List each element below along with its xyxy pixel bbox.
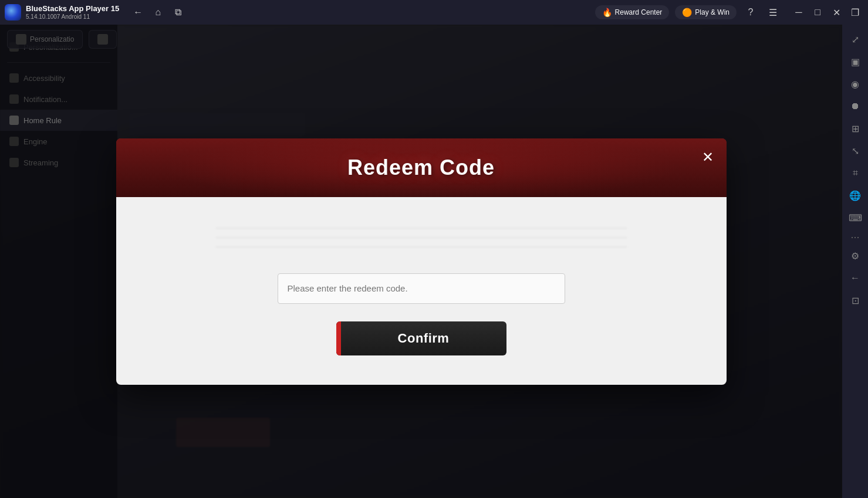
zoom-icon: ⤡ <box>852 145 859 157</box>
fire-icon: 🔥 <box>602 8 612 17</box>
redeem-code-modal: Redeem Code ✕ Confirm <box>116 138 727 385</box>
titlebar: BlueStacks App Player 15 5.14.10.1007 An… <box>0 0 868 25</box>
modal-overlay: Redeem Code ✕ Confirm <box>0 25 842 498</box>
reward-center-label: Reward Center <box>615 8 663 16</box>
back-icon: ← <box>133 7 143 18</box>
play-win-badge[interactable]: 🟠 Play & Win <box>675 5 737 19</box>
play-win-label: Play & Win <box>695 8 729 16</box>
confirm-button[interactable]: Confirm <box>336 321 506 355</box>
titlebar-nav: ← ⌂ ⧉ <box>130 4 186 21</box>
reward-center-badge[interactable]: 🔥 Reward Center <box>595 5 670 19</box>
app-name: BlueStacks App Player 15 <box>26 4 119 13</box>
minimize-icon: ─ <box>795 7 802 18</box>
menu-icon: ☰ <box>769 7 777 18</box>
globe-button[interactable]: 🌐 <box>845 185 865 205</box>
modal-description <box>216 221 627 256</box>
zoom-button[interactable]: ⤡ <box>845 141 865 161</box>
modal-header: Redeem Code ✕ <box>116 138 727 197</box>
home-icon: ⌂ <box>155 7 161 18</box>
controls-icon: ⊞ <box>852 123 859 134</box>
script-icon: ⌨ <box>849 212 862 223</box>
back-button[interactable]: ← <box>130 4 146 21</box>
main-content: Personalizatio... Accessibility Notifica… <box>0 25 842 498</box>
modal-body: Confirm <box>116 197 727 385</box>
record-button[interactable]: ⏺ <box>845 96 865 116</box>
close-button[interactable]: ✕ <box>828 4 845 21</box>
collapse-sidebar-button[interactable]: ← <box>845 268 865 288</box>
right-sidebar: ⤢ ▣ ◉ ⏺ ⊞ ⤡ ⌗ 🌐 ⌨ ··· ⚙ ← ⊡ <box>842 25 868 498</box>
maximize-icon: □ <box>815 7 820 18</box>
screenshot-icon: ▣ <box>851 56 860 67</box>
settings-icon: ⚙ <box>851 250 859 262</box>
modal-close-button[interactable]: ✕ <box>697 147 718 168</box>
home-button[interactable]: ⌂ <box>150 4 166 21</box>
globe-icon: 🌐 <box>849 190 861 201</box>
expand-button[interactable]: ⤢ <box>845 29 865 49</box>
minimize-button[interactable]: ─ <box>791 4 807 21</box>
modal-title: Redeem Code <box>347 155 495 180</box>
arrow-left-icon: ← <box>850 273 860 283</box>
menu-button[interactable]: ☰ <box>765 4 781 21</box>
help-icon: ? <box>748 7 754 18</box>
settings-button[interactable]: ⚙ <box>845 246 865 266</box>
restore-icon: ❐ <box>851 7 859 18</box>
camera-icon: ◉ <box>851 79 859 90</box>
gamepad-button[interactable]: ⊡ <box>845 290 865 310</box>
record-icon: ⏺ <box>850 101 860 111</box>
camera-button[interactable]: ◉ <box>845 74 865 94</box>
coin-icon: 🟠 <box>682 8 692 17</box>
controls-button[interactable]: ⊞ <box>845 118 865 138</box>
macro-button[interactable]: ⌗ <box>845 163 865 183</box>
help-button[interactable]: ? <box>742 4 759 21</box>
script-button[interactable]: ⌨ <box>845 208 865 228</box>
screenshot-button[interactable]: ▣ <box>845 52 865 72</box>
close-icon: ✕ <box>833 7 840 18</box>
macro-icon: ⌗ <box>853 168 858 178</box>
tabs-icon: ⧉ <box>175 7 181 18</box>
app-logo <box>5 4 21 21</box>
titlebar-center: 🔥 Reward Center 🟠 Play & Win ? ☰ <box>186 4 786 21</box>
expand-icon: ⤢ <box>852 34 859 45</box>
app-version: 5.14.10.1007 Android 11 <box>26 13 119 21</box>
confirm-button-label: Confirm <box>398 331 450 346</box>
more-icon: ··· <box>850 231 859 243</box>
redeem-code-input[interactable] <box>278 273 565 304</box>
gamepad-icon: ⊡ <box>852 295 859 306</box>
maximize-button[interactable]: □ <box>809 4 826 21</box>
restore-button[interactable]: ❐ <box>847 4 863 21</box>
window-controls: ─ □ ✕ ❐ <box>791 4 863 21</box>
tabs-button[interactable]: ⧉ <box>170 4 186 21</box>
